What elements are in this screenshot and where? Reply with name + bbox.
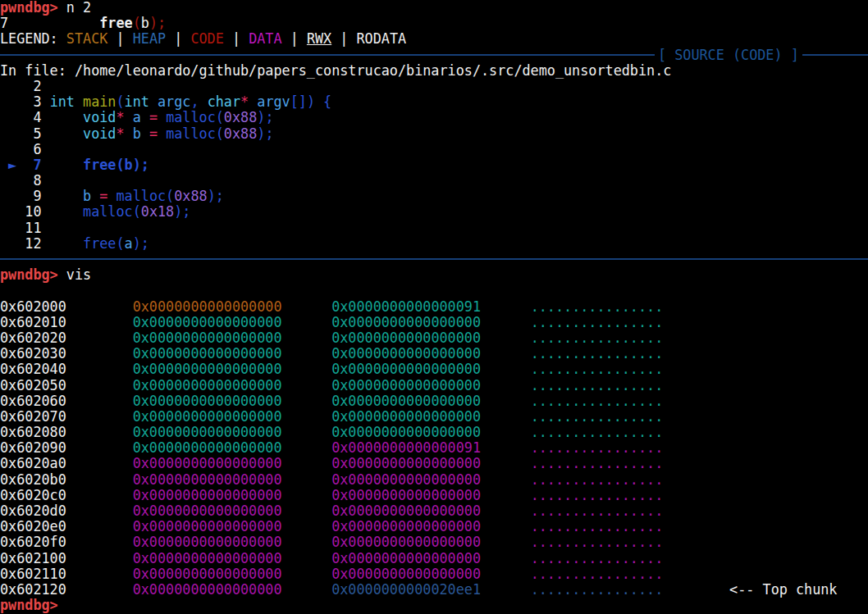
legend-bar: LEGEND: STACK | HEAP | CODE | DATA | RWX… (0, 31, 868, 47)
heap-qword-2: 0x0000000000000000 (331, 566, 481, 582)
spacer (66, 314, 133, 330)
spacer (282, 439, 332, 456)
current-line-marker: ► 7 (0, 157, 50, 173)
spacer (282, 345, 332, 362)
token (125, 125, 133, 142)
ascii-dots: ................ (531, 550, 664, 566)
spacer (66, 581, 133, 598)
heap-row: 0x6020a0 0x0000000000000000 0x0000000000… (0, 456, 868, 471)
heap-qword-2: 0x0000000000000000 (331, 534, 481, 550)
token: a (125, 235, 133, 252)
heap-qword-1: 0x0000000000000000 (133, 487, 282, 503)
heap-qword-1: 0x0000000000000000 (133, 503, 282, 519)
heap-qword-1: 0x0000000000000000 (133, 439, 282, 456)
heap-row: 0x602050 0x0000000000000000 0x0000000000… (0, 378, 868, 393)
spacer (481, 471, 531, 488)
source-line: 6 (0, 142, 868, 157)
heap-row: 0x6020d0 0x0000000000000000 0x0000000000… (0, 503, 868, 519)
spacer (481, 345, 531, 362)
ascii-dots: ................ (531, 345, 664, 362)
token: HEAP (133, 30, 166, 47)
heap-qword-2: 0x0000000000000000 (331, 518, 481, 534)
token: ) (149, 15, 158, 31)
spacer (66, 487, 133, 503)
source-line: 8 (0, 173, 868, 189)
heap-qword-1: 0x0000000000000000 (133, 298, 282, 315)
ascii-dots: ................ (531, 298, 664, 315)
heap-visualization: 0x602000 0x0000000000000000 0x0000000000… (0, 299, 868, 598)
ascii-dots: ................ (531, 518, 664, 534)
token: int (50, 93, 83, 110)
token: = (149, 109, 158, 125)
token: LEGEND: (0, 30, 66, 47)
token: malloc( (166, 125, 224, 142)
heap-row: 0x6020e0 0x0000000000000000 0x0000000000… (0, 519, 868, 534)
heap-qword-2: 0x0000000000000000 (331, 503, 481, 519)
heap-address: 0x6020d0 (0, 503, 66, 519)
spacer (66, 408, 133, 425)
heap-qword-1: 0x0000000000000000 (133, 377, 282, 393)
heap-address: 0x602070 (0, 408, 66, 425)
spacer (66, 550, 133, 566)
source-line: 3 int main(int argc, char* argv[]) { (0, 94, 868, 110)
token: free (99, 15, 132, 31)
token: main (83, 93, 116, 110)
spacer (481, 503, 531, 519)
heap-row: 0x6020b0 0x0000000000000000 0x0000000000… (0, 472, 868, 488)
heap-address: 0x602000 (0, 298, 66, 315)
token (50, 203, 83, 220)
pwndbg-terminal[interactable]: pwndbg> n 2 7 free(b); LEGEND: STACK | H… (0, 0, 868, 614)
heap-qword-1: 0x0000000000000000 (133, 408, 282, 425)
heap-qword-2: 0x0000000000000000 (331, 393, 481, 409)
token: | (107, 30, 132, 47)
prompt-label: pwndbg> (0, 0, 58, 16)
ascii-dots: ................ (531, 455, 664, 471)
heap-address: 0x602100 (0, 550, 66, 566)
spacer (66, 298, 133, 315)
spacer (282, 534, 332, 550)
token (107, 188, 116, 204)
source-line: 9 b = malloc(0x88); (0, 189, 868, 204)
heap-qword-1: 0x0000000000000000 (133, 361, 282, 377)
heap-qword-1: 0x0000000000000000 (133, 455, 282, 471)
token (158, 109, 166, 125)
token: ); (257, 109, 273, 125)
spacer (66, 566, 133, 582)
token: char (208, 93, 240, 110)
line-number: 8 (0, 172, 50, 189)
token (50, 235, 83, 252)
heap-address: 0x602050 (0, 377, 66, 393)
source-code-listing: 2 3 int main(int argc, char* argv[]) { 4… (0, 79, 868, 252)
heap-qword-1: 0x0000000000000000 (133, 581, 282, 598)
token: int (125, 93, 158, 110)
token: * (116, 109, 124, 125)
ascii-dots: ................ (531, 534, 664, 550)
heap-qword-1: 0x0000000000000000 (133, 330, 282, 346)
spacer (481, 534, 531, 550)
token: ( (133, 15, 141, 31)
spacer (66, 534, 133, 550)
token: ( (116, 93, 124, 110)
spacer (282, 503, 332, 519)
ascii-dots: ................ (531, 566, 664, 582)
source-line: 2 (0, 79, 868, 94)
token: argv (257, 93, 290, 110)
token: void (83, 109, 116, 125)
token: 7 (0, 15, 99, 31)
heap-row: 0x602000 0x0000000000000000 0x0000000000… (0, 299, 868, 315)
token: | (224, 30, 249, 47)
source-line: 4 void* a = malloc(0x88); (0, 110, 868, 125)
spacer (481, 377, 531, 393)
spacer (66, 471, 133, 488)
ascii-dots: ................ (531, 487, 664, 503)
spacer (66, 361, 133, 377)
spacer (66, 330, 133, 346)
heap-address: 0x602110 (0, 566, 66, 582)
spacer (282, 393, 332, 409)
spacer (481, 455, 531, 471)
ascii-dots: ................ (531, 393, 664, 409)
ascii-dots: ................ (531, 314, 664, 330)
spacer (481, 330, 531, 346)
heap-row: 0x602120 0x0000000000000000 0x0000000000… (0, 582, 868, 598)
token (249, 93, 257, 110)
